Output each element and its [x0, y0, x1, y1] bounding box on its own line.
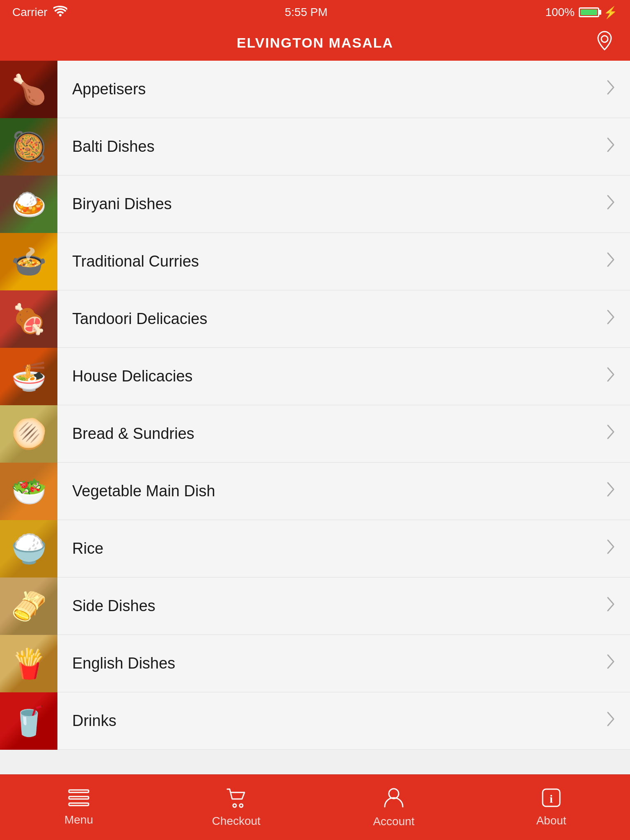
menu-item-tandoori[interactable]: 🍖Tandoori Delicacies	[0, 290, 630, 348]
menu-item-vegetable[interactable]: 🥗Vegetable Main Dish	[0, 463, 630, 520]
menu-item-balti[interactable]: 🥘Balti Dishes	[0, 118, 630, 176]
menu-item-label-house: House Delicacies	[57, 368, 605, 385]
nav-checkout[interactable]: Checkout	[195, 788, 277, 828]
menu-item-thumb-curries: 🍲	[0, 233, 57, 290]
menu-item-label-balti: Balti Dishes	[57, 138, 605, 155]
menu-item-label-appetisers: Appetisers	[57, 80, 605, 98]
chevron-icon-balti	[605, 137, 630, 157]
food-image-biryani: 🍛	[0, 176, 57, 233]
menu-item-thumb-side: 🫔	[0, 578, 57, 635]
food-image-bread: 🫓	[0, 405, 57, 463]
svg-point-6	[389, 789, 399, 799]
svg-rect-2	[69, 797, 89, 799]
bottom-navigation: Menu Checkout Account i About	[0, 774, 630, 840]
menu-item-label-drinks: Drinks	[57, 712, 605, 730]
menu-list: 🍗Appetisers🥘Balti Dishes🍛Biryani Dishes🍲…	[0, 61, 630, 774]
menu-item-label-curries: Traditional Curries	[57, 253, 605, 270]
menu-item-appetisers[interactable]: 🍗Appetisers	[0, 61, 630, 118]
about-nav-label: About	[536, 814, 566, 827]
menu-item-side[interactable]: 🫔Side Dishes	[0, 578, 630, 635]
menu-item-label-biryani: Biryani Dishes	[57, 195, 605, 213]
nav-menu[interactable]: Menu	[38, 789, 120, 826]
chevron-icon-tandoori	[605, 309, 630, 329]
food-image-tandoori: 🍖	[0, 290, 57, 348]
chevron-icon-biryani	[605, 194, 630, 214]
status-left: Carrier	[12, 6, 67, 19]
menu-item-label-english: English Dishes	[57, 655, 605, 672]
chevron-icon-side	[605, 596, 630, 616]
menu-item-house[interactable]: 🍜House Delicacies	[0, 348, 630, 405]
menu-item-thumb-biryani: 🍛	[0, 176, 57, 233]
menu-item-drinks[interactable]: 🥤Drinks	[0, 692, 630, 750]
svg-point-5	[240, 804, 243, 807]
svg-rect-3	[69, 803, 89, 806]
restaurant-name: ELVINGTON MASALA	[237, 35, 393, 51]
menu-item-thumb-bread: 🫓	[0, 405, 57, 463]
svg-point-4	[233, 804, 236, 807]
menu-item-rice[interactable]: 🍚Rice	[0, 520, 630, 578]
food-image-english: 🍟	[0, 635, 57, 692]
account-nav-label: Account	[373, 815, 414, 828]
menu-item-thumb-house: 🍜	[0, 348, 57, 405]
menu-item-thumb-drinks: 🥤	[0, 692, 57, 750]
menu-item-curries[interactable]: 🍲Traditional Curries	[0, 233, 630, 290]
food-image-side: 🫔	[0, 578, 57, 635]
menu-item-thumb-balti: 🥘	[0, 118, 57, 176]
chevron-icon-drinks	[605, 711, 630, 731]
svg-rect-1	[69, 790, 89, 792]
food-image-vegetable: 🥗	[0, 463, 57, 520]
menu-item-label-side: Side Dishes	[57, 597, 605, 615]
svg-text:i: i	[550, 792, 553, 805]
battery-indicator	[579, 7, 599, 17]
menu-item-label-vegetable: Vegetable Main Dish	[57, 482, 605, 500]
food-image-balti: 🥘	[0, 118, 57, 176]
carrier-label: Carrier	[12, 6, 48, 19]
menu-item-label-rice: Rice	[57, 540, 605, 557]
menu-item-thumb-vegetable: 🥗	[0, 463, 57, 520]
app-header: ELVINGTON MASALA	[0, 25, 630, 61]
menu-item-thumb-appetisers: 🍗	[0, 61, 57, 118]
nav-account[interactable]: Account	[353, 787, 435, 828]
menu-item-biryani[interactable]: 🍛Biryani Dishes	[0, 176, 630, 233]
food-image-appetisers: 🍗	[0, 61, 57, 118]
menu-item-label-tandoori: Tandoori Delicacies	[57, 310, 605, 328]
info-icon: i	[541, 788, 561, 811]
menu-nav-label: Menu	[64, 813, 93, 826]
chevron-icon-appetisers	[605, 79, 630, 99]
person-icon	[384, 787, 404, 812]
menu-item-thumb-tandoori: 🍖	[0, 290, 57, 348]
menu-item-thumb-rice: 🍚	[0, 520, 57, 578]
location-icon[interactable]	[594, 30, 615, 55]
cart-icon	[226, 788, 247, 811]
status-time: 5:55 PM	[285, 6, 327, 19]
lightning-icon: ⚡	[603, 6, 618, 19]
food-image-curries: 🍲	[0, 233, 57, 290]
chevron-icon-bread	[605, 424, 630, 444]
menu-item-bread[interactable]: 🫓Bread & Sundries	[0, 405, 630, 463]
chevron-icon-house	[605, 366, 630, 386]
menu-item-thumb-english: 🍟	[0, 635, 57, 692]
menu-item-english[interactable]: 🍟English Dishes	[0, 635, 630, 692]
food-image-rice: 🍚	[0, 520, 57, 578]
menu-item-label-bread: Bread & Sundries	[57, 425, 605, 443]
status-bar: Carrier 5:55 PM 100% ⚡	[0, 0, 630, 25]
svg-point-0	[601, 36, 608, 42]
battery-percent: 100%	[545, 6, 575, 19]
chevron-icon-english	[605, 653, 630, 673]
chevron-icon-rice	[605, 539, 630, 559]
food-image-drinks: 🥤	[0, 692, 57, 750]
food-image-house: 🍜	[0, 348, 57, 405]
chevron-icon-vegetable	[605, 481, 630, 501]
nav-about[interactable]: i About	[510, 788, 592, 827]
checkout-nav-label: Checkout	[212, 815, 260, 828]
chevron-icon-curries	[605, 251, 630, 272]
status-right: 100% ⚡	[545, 6, 618, 19]
menu-icon	[68, 789, 89, 810]
wifi-icon	[53, 6, 67, 19]
